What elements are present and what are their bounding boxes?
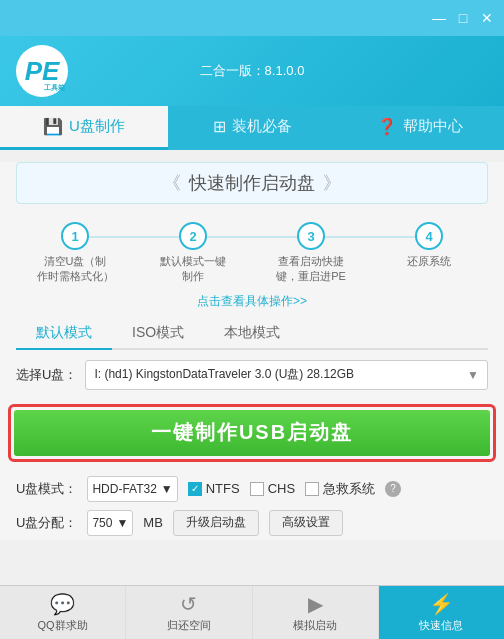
step-2-text: 默认模式一键制作	[160, 254, 226, 285]
udisk-select-dropdown[interactable]: I: (hd1) KingstonDataTraveler 3.0 (U盘) 2…	[85, 360, 488, 390]
bottom-bar: 💬 QQ群求助 ↺ 归还空间 ▶ 模拟启动 ⚡ 快速信息	[0, 585, 504, 639]
step-4-text: 还原系统	[407, 254, 451, 269]
main-button-container: 一键制作USB启动盘	[8, 404, 496, 462]
step-3-text: 查看启动快捷键，重启进PE	[276, 254, 346, 285]
step-1-text: 清空U盘（制作时需格式化）	[37, 254, 114, 285]
tab-udisk[interactable]: 💾 U盘制作	[0, 106, 168, 150]
bottom-quick[interactable]: ⚡ 快速信息	[379, 586, 504, 639]
restore-label: 归还空间	[167, 618, 211, 633]
make-usb-button[interactable]: 一键制作USB启动盘	[14, 410, 490, 456]
mode-tab-default[interactable]: 默认模式	[16, 318, 112, 350]
upgrade-btn[interactable]: 升级启动盘	[173, 510, 259, 536]
install-tab-icon: ⊞	[213, 117, 226, 136]
restore-button[interactable]: □	[454, 9, 472, 27]
udisk-select-value: I: (hd1) KingstonDataTraveler 3.0 (U盘) 2…	[94, 366, 354, 383]
quick-banner: 《 快速制作启动盘 》	[16, 162, 488, 204]
header: PE 工具箱 二合一版：8.1.0.0	[0, 36, 504, 106]
ntfs-checkbox-group: ✓ NTFS	[188, 481, 240, 496]
close-button[interactable]: ✕	[478, 9, 496, 27]
chs-checkbox[interactable]	[250, 482, 264, 496]
quick-label: 快速信息	[419, 618, 463, 633]
step-3-circle: 3	[297, 222, 325, 250]
help-tab-icon: ❓	[377, 117, 397, 136]
bottom-restore[interactable]: ↺ 归还空间	[126, 586, 252, 639]
step-4-circle: 4	[415, 222, 443, 250]
partition-size-arrow-icon: ▼	[116, 516, 128, 530]
install-tab-label: 装机必备	[232, 117, 292, 136]
partition-size-select[interactable]: 750 ▼	[87, 510, 133, 536]
version-text: 二合一版：8.1.0.0	[0, 62, 504, 80]
mode-tab-iso[interactable]: ISO模式	[112, 318, 204, 350]
mode-tabs: 默认模式 ISO模式 本地模式	[16, 318, 488, 350]
logo-subtitle: 工具箱	[44, 83, 65, 93]
step-1-line	[75, 236, 193, 238]
more-operations-link[interactable]: 点击查看具体操作>>	[0, 293, 504, 310]
ntfs-label: NTFS	[206, 481, 240, 496]
qq-label: QQ群求助	[38, 618, 88, 633]
step-1: 1 清空U盘（制作时需格式化）	[16, 222, 134, 285]
steps-area: 1 清空U盘（制作时需格式化） 2 默认模式一键制作 3 查看启动快捷键，重启进…	[0, 212, 504, 289]
tab-help[interactable]: ❓ 帮助中心	[336, 106, 504, 150]
step-4: 4 还原系统	[370, 222, 488, 269]
main-content: 《 快速制作启动盘 》 1 清空U盘（制作时需格式化） 2 默认模式一键制作 3…	[0, 162, 504, 540]
help-question-icon[interactable]: ?	[385, 481, 401, 497]
udisk-mode-arrow-icon: ▼	[161, 482, 173, 496]
title-bar: — □ ✕	[0, 0, 504, 36]
options-row-1: U盘模式： HDD-FAT32 ▼ ✓ NTFS CHS 急救系统 ?	[0, 472, 504, 506]
bottom-qq[interactable]: 💬 QQ群求助	[0, 586, 126, 639]
dropdown-arrow-icon: ▼	[467, 368, 479, 382]
partition-size-value: 750	[92, 516, 112, 530]
nav-tabs: 💾 U盘制作 ⊞ 装机必备 ❓ 帮助中心	[0, 106, 504, 150]
quick-title: 《 快速制作启动盘 》	[33, 171, 471, 195]
udisk-mode-label: U盘模式：	[16, 480, 77, 498]
chevron-right-icon: 》	[323, 171, 341, 195]
step-2-line	[193, 236, 311, 238]
qq-icon: 💬	[50, 592, 75, 616]
udisk-select-row: 选择U盘： I: (hd1) KingstonDataTraveler 3.0 …	[0, 350, 504, 400]
options-row-2: U盘分配： 750 ▼ MB 升级启动盘 高级设置	[0, 506, 504, 540]
ntfs-checkbox[interactable]: ✓	[188, 482, 202, 496]
advanced-settings-btn[interactable]: 高级设置	[269, 510, 343, 536]
help-tab-label: 帮助中心	[403, 117, 463, 136]
simulate-label: 模拟启动	[293, 618, 337, 633]
udisk-tab-label: U盘制作	[69, 117, 125, 136]
step-3: 3 查看启动快捷键，重启进PE	[252, 222, 370, 285]
select-udisk-label: 选择U盘：	[16, 366, 77, 384]
bottom-simulate[interactable]: ▶ 模拟启动	[253, 586, 379, 639]
mode-tab-local[interactable]: 本地模式	[204, 318, 300, 350]
quick-icon: ⚡	[429, 592, 454, 616]
simulate-icon: ▶	[308, 592, 323, 616]
step-1-circle: 1	[61, 222, 89, 250]
minimize-button[interactable]: —	[430, 9, 448, 27]
rescue-label: 急救系统	[323, 480, 375, 498]
rescue-checkbox-group: 急救系统	[305, 480, 375, 498]
udisk-mode-select[interactable]: HDD-FAT32 ▼	[87, 476, 177, 502]
banner-title-text: 快速制作启动盘	[189, 171, 315, 195]
step-3-line	[311, 236, 429, 238]
partition-unit-label: MB	[143, 515, 163, 530]
udisk-tab-icon: 💾	[43, 117, 63, 136]
step-2: 2 默认模式一键制作	[134, 222, 252, 285]
chs-label: CHS	[268, 481, 295, 496]
chs-checkbox-group: CHS	[250, 481, 295, 496]
rescue-checkbox[interactable]	[305, 482, 319, 496]
udisk-mode-value: HDD-FAT32	[92, 482, 156, 496]
window-controls: — □ ✕	[430, 9, 496, 27]
udisk-part-label: U盘分配：	[16, 514, 77, 532]
tab-install[interactable]: ⊞ 装机必备	[168, 106, 336, 150]
chevron-left-icon: 《	[163, 171, 181, 195]
restore-icon: ↺	[180, 592, 197, 616]
step-2-circle: 2	[179, 222, 207, 250]
